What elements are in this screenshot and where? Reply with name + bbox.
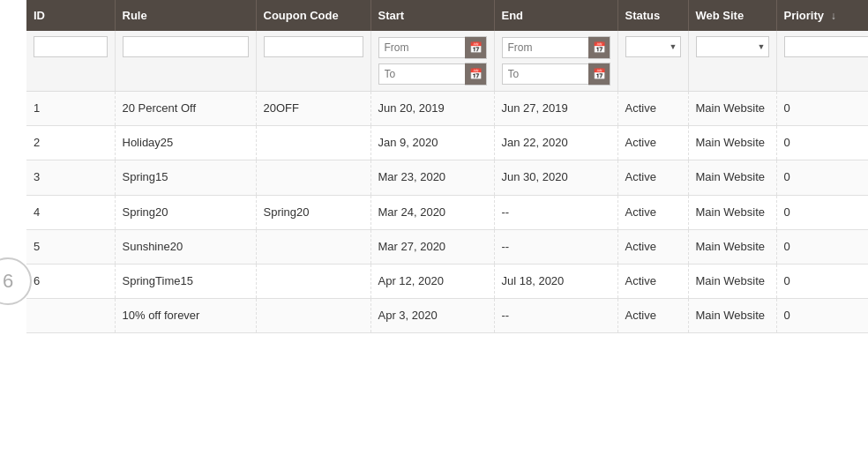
cell-start: Apr 12, 2020 [370,264,494,298]
status-select-wrap: Active Inactive [625,36,681,57]
cell-priority: 0 [776,126,868,160]
table-row: 2Holiday25Jan 9, 2020Jan 22, 2020ActiveM… [26,126,868,160]
start-to-calendar-button[interactable]: 📅 [465,63,487,86]
filter-coupon-cell [256,31,370,92]
col-header-priority[interactable]: Priority ↓ [776,0,868,31]
filter-id-cell [26,31,115,92]
cell-end: -- [494,195,617,229]
col-header-id: ID [26,0,115,31]
cell-priority: 0 [776,264,868,298]
filter-id-input[interactable] [34,36,108,57]
cell-id: 6 [26,264,115,298]
filter-rule-cell [115,31,256,92]
cell-coupon [256,299,370,333]
end-from-wrap: 📅 [502,36,610,59]
end-from-input[interactable] [502,37,588,58]
end-to-input[interactable] [502,63,588,85]
cell-rule: Sunshine20 [115,229,256,264]
cell-start: Mar 27, 2020 [370,229,494,264]
cell-end: -- [494,229,617,264]
cell-id: 2 [26,126,115,160]
table-row: 5Sunshine20Mar 27, 2020--ActiveMain Webs… [26,229,868,264]
filter-rule-input[interactable] [123,36,249,57]
table-row: 3Spring15Mar 23, 2020Jun 30, 2020ActiveM… [26,160,868,195]
cell-coupon: Spring20 [256,195,370,229]
cell-end: Jul 18, 2020 [494,264,617,298]
calendar-icon-4: 📅 [593,68,605,80]
cell-id: 4 [26,195,115,229]
filter-row: 📅 📅 📅 [26,31,868,92]
cell-status: Active [617,195,688,229]
start-from-input[interactable] [378,37,465,58]
cell-start: Mar 23, 2020 [370,160,494,195]
filter-priority-input[interactable] [784,36,869,57]
filter-status-select[interactable]: Active Inactive [625,36,681,57]
col-header-website: Web Site [688,0,776,31]
filter-website-select[interactable]: Main Website [696,36,769,57]
cell-website: Main Website [688,229,776,264]
cell-website: Main Website [688,126,776,160]
filter-coupon-input[interactable] [264,36,363,57]
col-status-label: Status [625,9,661,22]
cell-coupon [256,126,370,160]
cell-start: Mar 24, 2020 [370,195,494,229]
cell-id: 5 [26,229,115,264]
cell-rule: 20 Percent Off [115,92,256,126]
table-row: 4Spring20Spring20Mar 24, 2020--ActiveMai… [26,195,868,229]
cell-priority: 0 [776,92,868,126]
col-id-label: ID [34,9,45,22]
calendar-icon: 📅 [469,41,482,54]
end-from-calendar-button[interactable]: 📅 [588,36,610,59]
col-header-coupon: Coupon Code [256,0,370,31]
cell-end: Jan 22, 2020 [494,126,617,160]
table-header-row: ID Rule Coupon Code Start End Status [26,0,868,31]
cell-end: -- [494,299,617,333]
col-rule-label: Rule [123,9,147,22]
cell-priority: 0 [776,299,868,333]
end-to-wrap: 📅 [502,63,610,86]
col-end-label: End [502,9,524,22]
cell-status: Active [617,229,688,264]
cell-coupon [256,264,370,298]
cell-status: Active [617,126,688,160]
cell-website: Main Website [688,160,776,195]
col-website-label: Web Site [696,9,745,22]
table-row: 6SpringTime15Apr 12, 2020Jul 18, 2020Act… [26,264,868,298]
start-from-calendar-button[interactable]: 📅 [465,36,487,59]
cell-website: Main Website [688,264,776,298]
end-to-calendar-button[interactable]: 📅 [588,63,610,86]
cell-priority: 0 [776,160,868,195]
cell-start: Jan 9, 2020 [370,126,494,160]
cell-coupon: 20OFF [256,92,370,126]
sort-arrow-icon: ↓ [831,10,836,22]
table-row: 120 Percent Off20OFFJun 20, 2019Jun 27, … [26,92,868,126]
start-to-input[interactable] [378,63,465,85]
col-priority-label: Priority [784,9,825,22]
col-coupon-label: Coupon Code [264,9,339,22]
col-header-status: Status [617,0,688,31]
cell-end: Jun 30, 2020 [494,160,617,195]
cell-status: Active [617,299,688,333]
cell-priority: 0 [776,195,868,229]
website-select-wrap: Main Website [696,36,769,57]
cell-id: 1 [26,92,115,126]
cell-status: Active [617,92,688,126]
cell-start: Jun 20, 2019 [370,92,494,126]
filter-website-cell: Main Website [688,31,776,92]
annotation-label: 6 [3,270,13,293]
filter-priority-cell [776,31,868,92]
calendar-icon-2: 📅 [469,68,482,80]
start-from-wrap: 📅 [378,36,487,59]
cell-website: Main Website [688,92,776,126]
cell-status: Active [617,264,688,298]
cell-website: Main Website [688,299,776,333]
cell-rule: Spring20 [115,195,256,229]
cell-rule: Holiday25 [115,126,256,160]
coupon-rules-table: ID Rule Coupon Code Start End Status [26,0,868,333]
cell-coupon [256,229,370,264]
cell-end: Jun 27, 2019 [494,92,617,126]
start-to-wrap: 📅 [378,63,487,86]
col-header-start: Start [370,0,494,31]
cell-website: Main Website [688,195,776,229]
table-wrapper: ID Rule Coupon Code Start End Status [26,0,868,333]
